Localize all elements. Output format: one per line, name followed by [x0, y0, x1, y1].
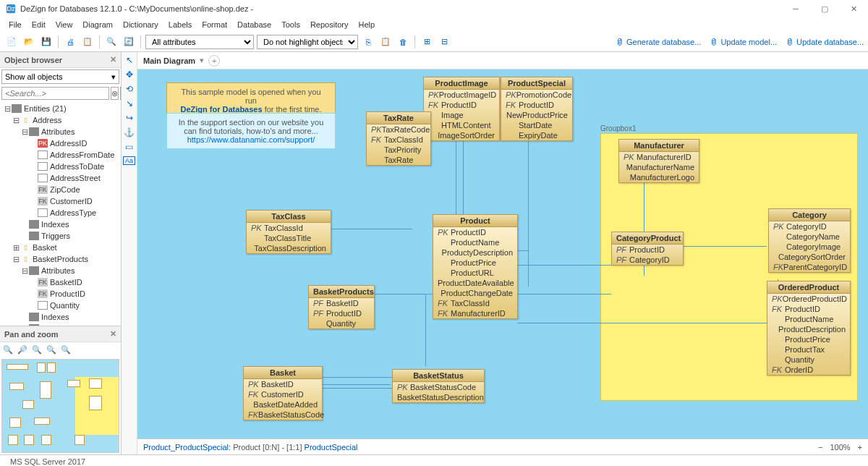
diagram-tabbar: Main Diagram ▾ +: [137, 52, 868, 69]
align-icon[interactable]: ⊞: [420, 35, 434, 49]
attributes-select[interactable]: All attributes: [145, 35, 254, 49]
attr-icon: [38, 162, 48, 171]
text-tool-icon[interactable]: Aa: [123, 156, 135, 165]
connector-tool-icon[interactable]: ↪: [126, 113, 133, 123]
entity-icon: ▯: [20, 116, 30, 124]
pointer-tool-icon[interactable]: ↖: [126, 55, 133, 65]
maximize-button[interactable]: ▢: [810, 0, 839, 17]
svg-text:Dz: Dz: [7, 4, 15, 12]
rect-tool-icon[interactable]: ▭: [125, 142, 133, 152]
folder-icon: [29, 313, 39, 321]
titlebar: Dz DeZign for Databases 12.1.0 - C:\MyDo…: [0, 0, 868, 17]
entity-taxclass[interactable]: TaxClass PKTaxClassId TaxClassTitle TaxC…: [246, 210, 331, 254]
zoom-in-icon[interactable]: 🔍: [3, 345, 13, 355]
menu-database[interactable]: Database: [233, 19, 276, 30]
entity-basket[interactable]: Basket PKBasketID FKCustomerID BasketDat…: [243, 366, 323, 420]
entity-categoryproduct[interactable]: CategoryProduct PFProductID PFCategoryID: [611, 232, 684, 266]
pan-zoom-header: Pan and zoom ✕: [0, 326, 121, 342]
fk-icon: FK: [38, 278, 48, 287]
menu-tools[interactable]: Tools: [277, 19, 305, 30]
print-icon[interactable]: 🖨: [63, 35, 77, 49]
tab-main-diagram[interactable]: Main Diagram: [143, 56, 195, 65]
entity-orderedproduct[interactable]: OrderedProduct PKOrderedProductID FKProd…: [767, 281, 851, 376]
entity-icon: ▯: [20, 255, 30, 263]
entity-icon: ▯: [20, 243, 30, 252]
fk-icon: FK: [38, 197, 48, 206]
clear-search-icon[interactable]: ⊗: [111, 87, 119, 100]
groupbox-label: Groupbox1: [600, 124, 636, 132]
menu-repository[interactable]: Repository: [306, 19, 353, 30]
chevron-down-icon: ▾: [111, 72, 116, 82]
attr-icon: [38, 301, 48, 310]
object-tree[interactable]: ⊟Entities (21) ⊟▯Address ⊟Attributes PKA…: [0, 101, 121, 326]
zoom-fit-icon[interactable]: 🔍: [32, 345, 42, 355]
layout-icon[interactable]: ⊟: [437, 35, 451, 49]
menu-diagram[interactable]: Diagram: [78, 19, 117, 30]
generate-database-button[interactable]: 🛢Generate database...: [616, 38, 701, 46]
menu-edit[interactable]: Edit: [27, 19, 50, 30]
toolbar: 📄 📂 💾 🖨 📋 🔍 🔄 All attributes Do not high…: [0, 32, 868, 52]
delete-icon[interactable]: 🗑: [396, 35, 410, 49]
chevron-down-icon[interactable]: ▾: [200, 56, 204, 65]
zoom-level: 100%: [830, 443, 850, 452]
zoom-100-icon[interactable]: 🔍: [61, 345, 71, 355]
database-icon: 🛢: [616, 38, 624, 46]
open-icon[interactable]: 📂: [22, 35, 36, 49]
minimize-button[interactable]: ─: [781, 0, 810, 17]
status-bar: Product_ProductSpecial: Product [0:N] - …: [137, 439, 868, 454]
update-model-button[interactable]: 🛢Update model...: [710, 38, 777, 46]
sidebar: Object browser ✕ Show all objects▾ ⊗ 🔍 ⊟…: [0, 52, 122, 454]
highlight-select[interactable]: Do not highlight objects: [257, 35, 358, 49]
clipboard-icon[interactable]: 📋: [80, 35, 95, 49]
window-title: DeZign for Databases 12.1.0 - C:\MyDocum…: [20, 4, 253, 13]
attr-icon: [38, 174, 48, 182]
entity-productimage[interactable]: ProductImage PKProductImageID FKProductI…: [423, 77, 500, 141]
close-button[interactable]: ✕: [839, 0, 868, 17]
search-input[interactable]: [1, 87, 109, 100]
update-database-button[interactable]: 🛢Update database...: [786, 38, 864, 46]
show-objects-select[interactable]: Show all objects▾: [1, 69, 119, 84]
close-panel-icon[interactable]: ✕: [110, 55, 116, 64]
note-support[interactable]: In the support section on our website yo…: [166, 113, 336, 149]
model-icon: 🛢: [710, 38, 718, 46]
menu-file[interactable]: File: [4, 19, 26, 30]
minimap[interactable]: [1, 359, 119, 453]
line-tool-icon[interactable]: ↘: [126, 98, 133, 109]
save-icon[interactable]: 💾: [39, 35, 54, 49]
entity-basketstatus[interactable]: BasketStatus PKBasketStatusCode BasketSt…: [392, 369, 485, 403]
menu-view[interactable]: View: [51, 19, 77, 30]
entity-product[interactable]: Product PKProductID ProductName Producty…: [433, 214, 518, 319]
zoom-out-icon[interactable]: 🔎: [17, 345, 27, 355]
entity-basketproducts[interactable]: BasketProducts PFBasketID PFProductID Qu…: [308, 285, 375, 329]
zoom-out-button[interactable]: −: [818, 443, 822, 452]
folder-icon: [29, 220, 39, 229]
folder-icon: [12, 104, 22, 113]
diagram-canvas[interactable]: Groupbox1 This sample model is opened wh…: [137, 69, 868, 439]
move-tool-icon[interactable]: ✥: [126, 69, 133, 80]
entity-category[interactable]: Category PKCategoryID CategoryName Categ…: [768, 208, 851, 273]
entity-productspecial[interactable]: ProductSpecial PKPromotionCode FKProduct…: [501, 77, 573, 141]
menu-format[interactable]: Format: [197, 19, 231, 30]
object-browser-header: Object browser ✕: [0, 52, 121, 68]
entity-taxrate[interactable]: TaxRate PKTaxRateCode FKTaxClassId TaxPr…: [366, 111, 431, 166]
menu-help[interactable]: Help: [354, 19, 379, 30]
folder-icon: [29, 266, 39, 275]
search-icon[interactable]: 🔍: [104, 35, 119, 49]
folder-icon: [29, 232, 39, 240]
database-update-icon: 🛢: [786, 38, 793, 46]
zoom-region-icon[interactable]: 🔍: [46, 345, 56, 355]
close-panel-icon[interactable]: ✕: [110, 329, 116, 339]
lasso-tool-icon[interactable]: ⟲: [126, 84, 133, 94]
anchor-tool-icon[interactable]: ⚓: [124, 127, 135, 137]
attr-icon: [38, 208, 48, 217]
menu-dictionary[interactable]: Dictionary: [119, 19, 163, 30]
entity-manufacturer[interactable]: Manufacturer PKManufacturerID Manufactur…: [618, 139, 699, 183]
paste-icon[interactable]: 📋: [378, 35, 393, 49]
refresh-icon[interactable]: 🔄: [122, 35, 136, 49]
new-icon[interactable]: 📄: [4, 35, 19, 49]
add-tab-button[interactable]: +: [208, 55, 220, 67]
zoom-in-button[interactable]: +: [858, 443, 862, 452]
menu-labels[interactable]: Labels: [164, 19, 196, 30]
copy-icon[interactable]: ⎘: [361, 35, 375, 49]
canvas-toolstrip: ↖ ✥ ⟲ ↘ ↪ ⚓ ▭ Aa: [122, 52, 137, 454]
